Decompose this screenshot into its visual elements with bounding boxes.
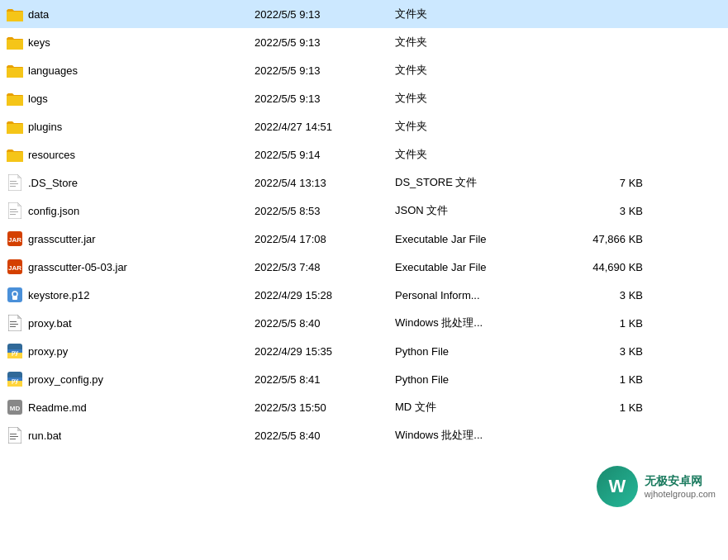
file-name-text: data bbox=[28, 8, 49, 21]
file-size-cell: 1 KB bbox=[560, 373, 643, 386]
file-name-cell: JAR grasscutter-05-03.jar bbox=[7, 259, 255, 275]
table-row[interactable]: plugins 2022/4/27 14:51 文件夹 bbox=[0, 112, 728, 140]
file-size-cell: 7 KB bbox=[560, 177, 643, 189]
table-row[interactable]: py proxy_config.py 2022/5/5 8:41 Python … bbox=[0, 365, 728, 393]
file-name-text: Readme.md bbox=[28, 401, 87, 414]
svg-text:MD: MD bbox=[10, 405, 21, 412]
file-type-cell: Python File bbox=[395, 345, 560, 358]
svg-rect-2 bbox=[10, 186, 16, 187]
svg-rect-3 bbox=[10, 209, 17, 210]
file-date-cell: 2022/5/3 7:48 bbox=[255, 261, 395, 273]
file-name-cell: py proxy.py bbox=[7, 343, 255, 359]
file-type-cell: 文件夹 bbox=[395, 119, 560, 134]
file-size-cell: 1 KB bbox=[560, 401, 643, 414]
watermark-url: wjhotelgroup.com bbox=[645, 489, 716, 499]
folder-icon bbox=[7, 34, 23, 50]
file-name-cell: proxy.bat bbox=[7, 315, 255, 331]
file-name-cell: py proxy_config.py bbox=[7, 371, 255, 387]
file-date-cell: 2022/5/5 9:13 bbox=[255, 36, 395, 49]
svg-rect-12 bbox=[12, 296, 17, 300]
file-size-cell: 3 KB bbox=[560, 289, 643, 301]
file-date-cell: 2022/5/5 8:40 bbox=[255, 429, 395, 442]
generic-icon bbox=[7, 174, 23, 191]
table-row[interactable]: resources 2022/5/5 9:14 文件夹 bbox=[0, 140, 728, 168]
table-row[interactable]: logs 2022/5/5 9:13 文件夹 bbox=[0, 84, 728, 112]
table-row[interactable]: config.json 2022/5/5 8:53 JSON 文件 3 KB bbox=[0, 197, 728, 225]
table-row[interactable]: keys 2022/5/5 9:13 文件夹 bbox=[0, 28, 728, 56]
file-name-cell: MD Readme.md bbox=[7, 399, 255, 415]
watermark-text-block: 无极安卓网 wjhotelgroup.com bbox=[645, 474, 716, 499]
file-name-text: config.json bbox=[28, 205, 79, 217]
python-icon: py bbox=[7, 371, 23, 387]
p12-icon bbox=[7, 287, 23, 303]
file-type-cell: 文件夹 bbox=[395, 91, 560, 106]
file-name-text: proxy_config.py bbox=[28, 373, 103, 386]
table-row[interactable]: JAR grasscutter.jar 2022/5/4 17:08 Execu… bbox=[0, 225, 728, 253]
table-row[interactable]: py proxy.py 2022/4/29 15:35 Python File … bbox=[0, 337, 728, 365]
table-row[interactable]: MD Readme.md 2022/5/3 15:50 MD 文件 1 KB bbox=[0, 393, 728, 421]
file-date-cell: 2022/4/29 15:35 bbox=[255, 345, 395, 358]
svg-text:py: py bbox=[12, 349, 18, 356]
file-type-cell: 文件夹 bbox=[395, 35, 560, 50]
file-type-cell: Executable Jar File bbox=[395, 261, 560, 273]
jar-icon: JAR bbox=[7, 259, 23, 275]
svg-rect-4 bbox=[10, 211, 18, 212]
table-row[interactable]: languages 2022/5/5 9:13 文件夹 bbox=[0, 56, 728, 84]
table-row[interactable]: data 2022/5/5 9:13 文件夹 bbox=[0, 0, 728, 28]
file-name-text: run.bat bbox=[28, 429, 61, 442]
file-name-cell: run.bat bbox=[7, 427, 255, 444]
file-name-cell: JAR grasscutter.jar bbox=[7, 230, 255, 247]
svg-rect-1 bbox=[10, 183, 18, 184]
md-icon: MD bbox=[7, 399, 23, 415]
svg-text:JAR: JAR bbox=[8, 264, 21, 272]
file-name-cell: data bbox=[7, 6, 255, 22]
file-name-cell: config.json bbox=[7, 202, 255, 219]
file-name-text: .DS_Store bbox=[28, 177, 78, 189]
svg-text:JAR: JAR bbox=[8, 236, 21, 244]
python-icon: py bbox=[7, 343, 23, 359]
watermark-logo: W 无极安卓网 wjhotelgroup.com bbox=[597, 466, 716, 507]
file-name-cell: plugins bbox=[7, 118, 255, 135]
folder-icon bbox=[7, 6, 23, 22]
folder-icon bbox=[7, 118, 23, 135]
file-type-cell: Windows 批处理... bbox=[395, 316, 560, 330]
file-date-cell: 2022/5/3 15:50 bbox=[255, 401, 395, 414]
file-date-cell: 2022/4/29 15:28 bbox=[255, 289, 395, 301]
watermark-letter: W bbox=[608, 476, 626, 497]
svg-rect-26 bbox=[10, 434, 17, 434]
file-name-text: resources bbox=[28, 149, 75, 161]
svg-rect-10 bbox=[7, 287, 22, 302]
file-name-cell: keys bbox=[7, 34, 255, 50]
file-type-cell: MD 文件 bbox=[395, 400, 560, 415]
file-date-cell: 2022/4/27 14:51 bbox=[255, 121, 395, 133]
table-row[interactable]: JAR grasscutter-05-03.jar 2022/5/3 7:48 … bbox=[0, 253, 728, 281]
file-name-cell: resources bbox=[7, 146, 255, 163]
file-size-cell: 3 KB bbox=[560, 205, 643, 217]
file-name-text: keystore.p12 bbox=[28, 289, 89, 301]
table-row[interactable]: keystore.p12 2022/4/29 15:28 Personal In… bbox=[0, 281, 728, 309]
file-name-text: logs bbox=[28, 93, 48, 105]
file-type-cell: Python File bbox=[395, 373, 560, 386]
file-name-text: grasscutter.jar bbox=[28, 233, 96, 245]
file-size-cell: 44,690 KB bbox=[560, 261, 643, 273]
file-date-cell: 2022/5/4 13:13 bbox=[255, 177, 395, 189]
file-size-cell: 47,866 KB bbox=[560, 233, 643, 245]
svg-rect-0 bbox=[10, 181, 17, 182]
file-type-cell: DS_STORE 文件 bbox=[395, 175, 560, 190]
file-type-cell: Personal Inform... bbox=[395, 289, 560, 301]
bat-icon bbox=[7, 315, 23, 331]
bat-icon bbox=[7, 427, 23, 444]
folder-icon bbox=[7, 146, 23, 163]
table-row[interactable]: run.bat 2022/5/5 8:40 Windows 批处理... bbox=[0, 421, 728, 449]
file-date-cell: 2022/5/5 8:53 bbox=[255, 205, 395, 217]
jar-icon: JAR bbox=[7, 230, 23, 247]
file-name-text: proxy.bat bbox=[28, 317, 72, 330]
svg-rect-28 bbox=[10, 439, 16, 439]
table-row[interactable]: .DS_Store 2022/5/4 13:13 DS_STORE 文件 7 K… bbox=[0, 168, 728, 197]
file-name-cell: keystore.p12 bbox=[7, 287, 255, 303]
file-date-cell: 2022/5/5 9:13 bbox=[255, 8, 395, 21]
file-name-text: plugins bbox=[28, 121, 62, 133]
table-row[interactable]: proxy.bat 2022/5/5 8:40 Windows 批处理... 1… bbox=[0, 309, 728, 337]
file-date-cell: 2022/5/5 8:40 bbox=[255, 317, 395, 330]
file-type-cell: 文件夹 bbox=[395, 7, 560, 21]
